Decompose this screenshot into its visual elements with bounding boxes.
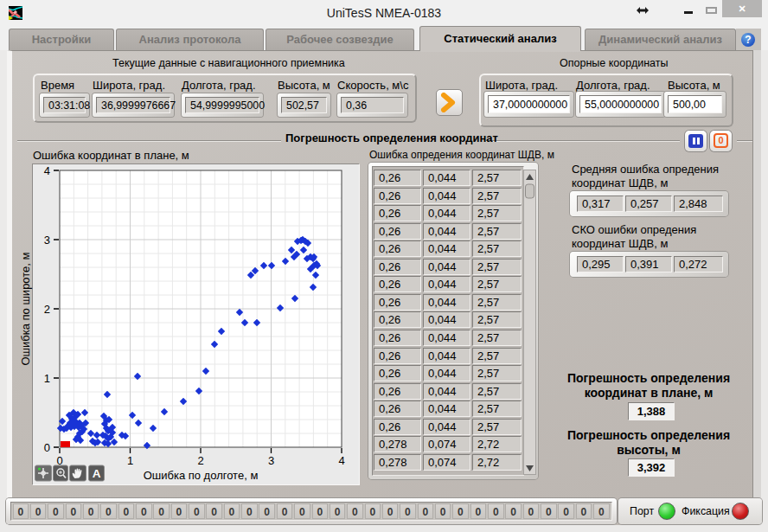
svg-text:Ошибка по широте, м: Ошибка по широте, м	[19, 252, 32, 365]
svg-text:3: 3	[268, 454, 274, 467]
svg-text:1: 1	[44, 372, 50, 385]
svg-text:2: 2	[44, 303, 50, 316]
svg-text:0: 0	[44, 441, 50, 454]
svg-text:Ошибка по долготе, м: Ошибка по долготе, м	[144, 469, 259, 482]
svg-text:2: 2	[197, 454, 203, 467]
svg-text:1: 1	[127, 454, 133, 467]
svg-text:4: 4	[338, 454, 344, 467]
svg-text:4: 4	[44, 164, 50, 177]
svg-text:3: 3	[44, 234, 50, 247]
svg-text:A: A	[93, 467, 101, 480]
